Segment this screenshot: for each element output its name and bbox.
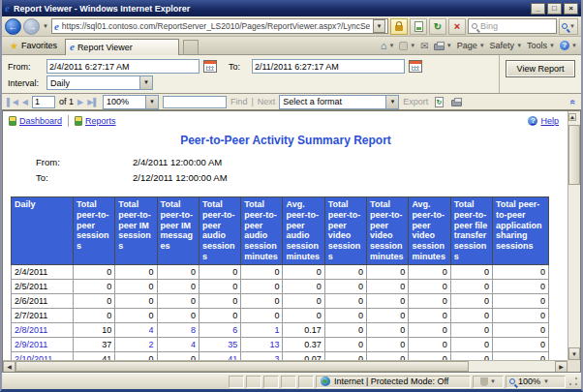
value-cell: 0: [115, 279, 157, 293]
recent-pages-dropdown-icon[interactable]: ▼: [42, 23, 49, 29]
column-header: Total peer-to-peer video sessions: [324, 197, 366, 265]
export-format-value: Select a format: [280, 97, 385, 106]
compatibility-view-button[interactable]: [410, 18, 427, 35]
column-header: Total peer-to-peer file transfer session…: [450, 197, 492, 265]
value-cell: 0: [241, 264, 283, 279]
value-cell[interactable]: 6: [199, 322, 240, 337]
previous-page-button[interactable]: ◀: [22, 98, 28, 106]
compatibility-view-icon: [414, 21, 423, 32]
window-title: Report Viewer - Windows Internet Explore…: [14, 4, 529, 14]
export-format-select[interactable]: Select a format ▼: [279, 95, 399, 109]
scroll-left-icon[interactable]: ◀: [3, 361, 15, 373]
scroll-down-icon[interactable]: ▼: [568, 347, 580, 360]
next-link[interactable]: Next: [258, 97, 276, 106]
safety-menu[interactable]: Safety▼: [490, 41, 522, 50]
refresh-icon: ↻: [434, 21, 442, 32]
column-header: Daily: [12, 197, 74, 265]
next-page-button[interactable]: ▶: [77, 98, 83, 106]
value-cell[interactable]: 13: [241, 337, 283, 351]
value-cell: 0: [450, 322, 492, 337]
feeds-button[interactable]: ▼: [399, 42, 415, 50]
horizontal-scrollbar-thumb[interactable]: [15, 361, 469, 372]
refresh-button[interactable]: ↻: [429, 18, 446, 35]
from-date-input[interactable]: [46, 59, 199, 74]
to-calendar-icon[interactable]: [409, 60, 422, 73]
value-cell: 0: [450, 337, 492, 351]
tools-menu[interactable]: Tools▼: [527, 41, 555, 50]
page-menu[interactable]: Page▼: [457, 41, 485, 50]
tab-title: Report Viewer: [77, 43, 133, 52]
print-button[interactable]: ▼: [434, 41, 452, 50]
vertical-scrollbar[interactable]: ▲ ▼: [568, 111, 580, 360]
reports-icon: [75, 116, 82, 126]
value-cell[interactable]: 1: [241, 322, 283, 337]
report-help-icon: ?: [528, 116, 537, 126]
read-mail-button[interactable]: ✉: [420, 42, 428, 50]
find-link[interactable]: Find: [230, 97, 248, 106]
resize-grip[interactable]: [568, 376, 579, 387]
find-input[interactable]: [163, 96, 227, 108]
home-button[interactable]: ⌂▼: [381, 41, 395, 50]
value-cell[interactable]: 2: [115, 337, 157, 351]
zone-text: Internet | Protected Mode: Off: [334, 377, 448, 386]
interval-select[interactable]: Daily ▼: [46, 75, 153, 90]
value-cell: 0: [157, 279, 199, 293]
value-cell: 0: [115, 264, 157, 279]
search-go-icon: [562, 23, 568, 29]
scroll-up-icon[interactable]: ▲: [568, 113, 576, 121]
tab-report-viewer[interactable]: e Report Viewer: [65, 39, 179, 55]
value-cell: 0: [283, 264, 324, 279]
search-go-button[interactable]: ▼: [559, 18, 578, 35]
value-cell[interactable]: 35: [199, 337, 240, 351]
date-link-cell[interactable]: 2/9/2011: [12, 337, 74, 351]
protected-mode-segment[interactable]: ▼: [473, 376, 504, 388]
value-cell[interactable]: 4: [115, 322, 157, 337]
url-field[interactable]: e https://sql01.contoso.com/ReportServer…: [51, 18, 388, 34]
collapse-toolbar-button[interactable]: «: [568, 99, 579, 105]
new-tab-button[interactable]: [183, 40, 199, 54]
view-report-button[interactable]: View Report: [506, 60, 575, 77]
minimize-button[interactable]: _: [531, 3, 545, 15]
report-to-label: To:: [36, 172, 133, 183]
value-cell: 0: [493, 264, 549, 279]
back-button[interactable]: ←: [5, 18, 21, 35]
stop-button[interactable]: ×: [448, 18, 466, 35]
maximize-button[interactable]: □: [547, 3, 562, 15]
scroll-right-icon[interactable]: ▶: [555, 361, 568, 373]
dashboard-icon: [9, 116, 16, 126]
to-date-input[interactable]: [252, 59, 405, 74]
export-link[interactable]: Export: [403, 97, 428, 106]
close-button[interactable]: ×: [564, 3, 578, 15]
refresh-report-button[interactable]: ↻: [432, 96, 445, 108]
value-cell[interactable]: 8: [157, 322, 199, 337]
zoom-select[interactable]: 100% ▼: [103, 95, 159, 109]
value-cell[interactable]: 4: [157, 337, 199, 351]
first-page-button[interactable]: ▌◀: [7, 98, 18, 106]
date-cell: 2/5/2011: [12, 279, 74, 293]
url-dropdown-button[interactable]: ▼: [373, 19, 385, 33]
tools-dropdown-icon: ▼: [549, 43, 555, 48]
page-number-input[interactable]: [32, 96, 55, 108]
date-cell: 2/4/2011: [12, 264, 74, 279]
favorites-button[interactable]: ★ Favorites: [6, 38, 61, 53]
security-lock-button[interactable]: [390, 18, 408, 35]
horizontal-scrollbar[interactable]: ◀ ▶: [3, 360, 568, 372]
help-button[interactable]: ?▼: [560, 41, 577, 50]
from-calendar-icon[interactable]: [203, 60, 217, 73]
summary-table: DailyTotal peer-to-peer sessionsTotal pe…: [11, 196, 549, 373]
reports-link[interactable]: Reports: [75, 116, 116, 126]
last-page-button[interactable]: ▶▌: [87, 98, 99, 106]
search-input[interactable]: Bing: [468, 18, 557, 34]
column-header: Total peer-to-peer application sharing s…: [493, 197, 549, 265]
vertical-scrollbar-thumb[interactable]: [568, 125, 580, 185]
zoom-value: 100%: [104, 97, 145, 106]
forward-button[interactable]: →: [23, 18, 40, 35]
value-cell: 0: [199, 293, 240, 308]
page-zoom-control[interactable]: 100% ▼: [506, 376, 566, 388]
print-report-button[interactable]: [449, 96, 463, 108]
value-cell: 0: [450, 308, 492, 322]
browser-window: e Report Viewer - Windows Internet Explo…: [0, 0, 583, 392]
date-link-cell[interactable]: 2/8/2011: [12, 322, 74, 337]
feeds-dropdown-icon: ▼: [410, 43, 415, 48]
dashboard-link[interactable]: Dashboard: [9, 116, 62, 126]
